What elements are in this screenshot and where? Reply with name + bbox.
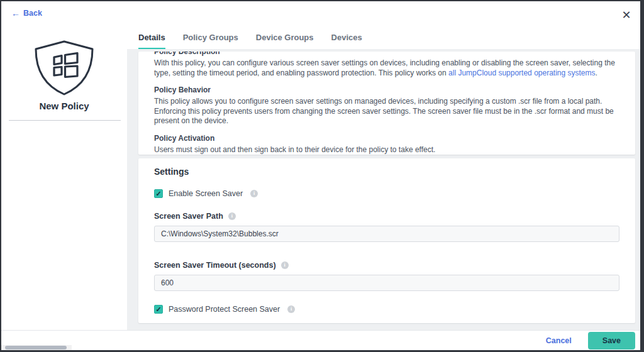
- password-protect-row: ✓ Password Protect Screen Saver i: [154, 305, 619, 314]
- enable-screen-saver-info-icon[interactable]: i: [250, 190, 258, 197]
- cancel-button[interactable]: Cancel: [546, 336, 572, 345]
- horizontal-scrollbar-track: [1, 345, 72, 350]
- windows-policy-shield-icon: [31, 40, 97, 98]
- screen-saver-timeout-input[interactable]: [154, 275, 619, 291]
- screen-saver-path-info-icon[interactable]: i: [228, 212, 236, 220]
- screen-saver-path-label-row: Screen Saver Path i: [154, 212, 619, 221]
- policy-name: New Policy: [1, 101, 127, 111]
- screen-saver-path-label: Screen Saver Path: [154, 212, 223, 221]
- password-protect-checkbox[interactable]: ✓: [154, 305, 163, 314]
- close-icon[interactable]: ✕: [619, 8, 634, 23]
- settings-panel: Settings ✓ Enable Screen Saver i Screen …: [138, 158, 635, 323]
- tab-bar: Details Policy Groups Device Groups Devi…: [138, 33, 362, 49]
- enable-screen-saver-checkbox[interactable]: ✓: [154, 189, 163, 198]
- enable-screen-saver-row: ✓ Enable Screen Saver i: [154, 189, 619, 198]
- settings-heading: Settings: [154, 167, 619, 177]
- supported-os-link[interactable]: all JumpCloud supported operating system…: [448, 69, 595, 77]
- screen-saver-path-input[interactable]: [154, 226, 619, 242]
- enable-screen-saver-label: Enable Screen Saver: [169, 189, 243, 198]
- new-policy-modal: New Policy ← Back ✕ Details Policy Group…: [0, 0, 644, 352]
- policy-behavior-text: This policy allows you to configure scre…: [154, 97, 619, 126]
- tab-devices[interactable]: Devices: [331, 33, 362, 49]
- back-link[interactable]: ← Back: [11, 9, 42, 18]
- save-button[interactable]: Save: [588, 332, 635, 349]
- back-arrow-icon: ←: [11, 9, 20, 18]
- sidebar-divider: [9, 120, 121, 121]
- policy-description-heading: Policy Description: [154, 52, 619, 57]
- tab-details[interactable]: Details: [138, 33, 165, 49]
- tab-device-groups[interactable]: Device Groups: [256, 33, 314, 49]
- modal-footer: Cancel Save: [1, 330, 640, 350]
- policy-activation-heading: Policy Activation: [154, 134, 619, 143]
- screen-saver-timeout-label-row: Screen Saver Timeout (seconds) i: [154, 261, 619, 270]
- policy-behavior-heading: Policy Behavior: [154, 85, 619, 95]
- policy-sidebar: New Policy: [1, 1, 127, 329]
- content-area: Policy Description With this policy, you…: [127, 49, 640, 330]
- screen-saver-timeout-label: Screen Saver Timeout (seconds): [154, 261, 276, 270]
- back-label: Back: [23, 9, 42, 18]
- horizontal-scrollbar-thumb[interactable]: [5, 346, 67, 349]
- policy-activation-text: Users must sign out and then sign back i…: [154, 145, 619, 155]
- screen-saver-timeout-info-icon[interactable]: i: [281, 261, 289, 269]
- policy-description-text: With this policy, you can configure vari…: [154, 58, 619, 78]
- password-protect-label: Password Protect Screen Saver: [169, 305, 280, 314]
- password-protect-info-icon[interactable]: i: [287, 305, 295, 313]
- policy-description-scroll-content: Policy Description With this policy, you…: [154, 52, 619, 155]
- policy-description-panel[interactable]: Policy Description With this policy, you…: [138, 52, 635, 155]
- tab-policy-groups[interactable]: Policy Groups: [183, 33, 238, 49]
